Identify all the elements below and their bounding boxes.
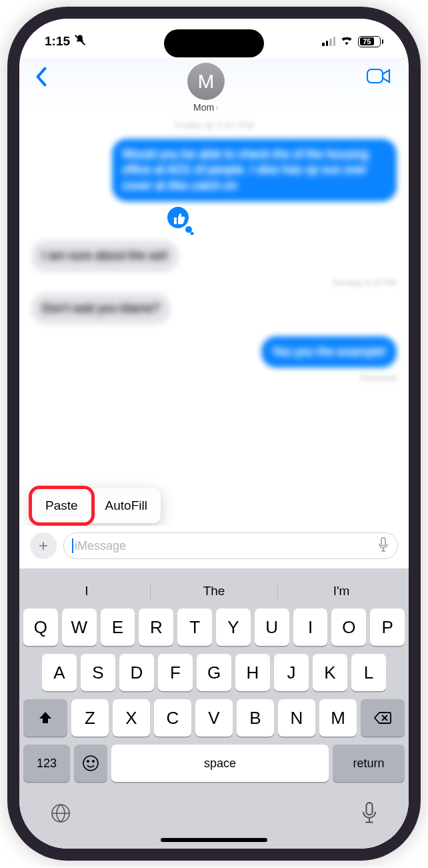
key-emoji[interactable] (74, 745, 107, 782)
key-k[interactable]: K (313, 654, 347, 691)
svg-point-3 (191, 232, 194, 236)
timestamp: Sunday 8:19 PM (333, 278, 397, 288)
suggestion-3[interactable]: I'm (278, 584, 405, 598)
contact-name: Mom (193, 102, 214, 113)
key-z[interactable]: Z (71, 699, 109, 737)
svg-point-5 (83, 756, 98, 771)
key-j[interactable]: J (274, 654, 309, 691)
suggestion-1[interactable]: I (23, 584, 150, 598)
message-sent[interactable]: Would you be able to check the of the ho… (112, 139, 397, 201)
home-indicator[interactable] (161, 838, 267, 842)
key-numbers[interactable]: 123 (23, 745, 70, 782)
key-g[interactable]: G (197, 654, 231, 691)
conversation-area[interactable]: Fridav at 2:41 PM Would you be able to c… (19, 117, 409, 526)
key-shift[interactable] (23, 699, 67, 737)
svg-point-6 (87, 761, 89, 763)
keyboard-bottom-bar (23, 790, 405, 834)
mic-icon[interactable] (361, 802, 378, 827)
globe-icon[interactable] (50, 803, 71, 827)
key-c[interactable]: C (154, 699, 191, 737)
key-i[interactable]: I (293, 608, 328, 646)
key-t[interactable]: T (177, 608, 212, 646)
contact-info[interactable]: M Mom › (187, 63, 225, 113)
chat-header: M Mom › (19, 57, 409, 117)
paste-menu-item[interactable]: Paste (29, 486, 95, 526)
autofill-menu-item[interactable]: AutoFill (92, 489, 161, 522)
key-p[interactable]: P (370, 608, 405, 646)
wifi-icon (340, 35, 353, 49)
context-menu: Paste AutoFill (31, 488, 161, 523)
key-return[interactable]: return (333, 745, 405, 782)
svg-point-7 (93, 761, 95, 763)
suggestion-bar: I The I'm (23, 574, 405, 608)
date-divider: Fridav at 2:41 PM (31, 119, 397, 131)
key-o[interactable]: O (331, 608, 366, 646)
key-q[interactable]: Q (23, 608, 58, 646)
keyboard: I The I'm Q W E R T Y U I O P A S D F G … (19, 568, 409, 849)
back-button[interactable] (30, 63, 53, 94)
key-delete[interactable] (361, 699, 405, 737)
svg-point-2 (185, 226, 192, 233)
key-b[interactable]: B (237, 699, 274, 737)
keyboard-row-3: Z X C V B N M (23, 699, 405, 737)
dynamic-island (164, 29, 264, 57)
chevron-right-icon: › (215, 102, 219, 113)
key-d[interactable]: D (119, 654, 154, 691)
message-sent[interactable]: Yes you the example! (261, 336, 397, 368)
svg-rect-9 (366, 803, 372, 815)
add-attachment-button[interactable]: + (30, 532, 57, 559)
cellular-signal-icon (322, 37, 335, 46)
status-time: 1:15 (45, 34, 70, 49)
delivered-label: Delivered (360, 373, 397, 383)
input-placeholder: iMessage (75, 539, 376, 553)
key-space[interactable]: space (111, 745, 329, 782)
key-v[interactable]: V (195, 699, 233, 737)
text-cursor (72, 538, 73, 553)
thumbs-up-reaction-icon[interactable] (165, 205, 194, 235)
key-l[interactable]: L (351, 654, 386, 691)
key-s[interactable]: S (81, 654, 115, 691)
key-f[interactable]: F (158, 654, 193, 691)
key-y[interactable]: Y (216, 608, 251, 646)
key-r[interactable]: R (139, 608, 173, 646)
key-m[interactable]: M (319, 699, 357, 737)
suggestion-2[interactable]: The (151, 584, 277, 598)
svg-rect-4 (381, 538, 385, 546)
key-a[interactable]: A (42, 654, 77, 691)
message-input-row: + iMessage (19, 526, 409, 568)
message-received[interactable]: I am sure about the set! (31, 240, 179, 272)
key-w[interactable]: W (62, 608, 97, 646)
facetime-button[interactable] (359, 63, 398, 92)
screen: 1:15 75 M Mom › (19, 19, 409, 849)
silent-mode-icon (74, 34, 86, 49)
key-u[interactable]: U (255, 608, 289, 646)
message-received[interactable]: Don't wait you blame? (31, 293, 171, 324)
dictation-icon[interactable] (377, 537, 389, 554)
keyboard-row-2: A S D F G H J K L (23, 654, 405, 691)
key-h[interactable]: H (235, 654, 270, 691)
iphone-frame: 1:15 75 M Mom › (7, 7, 421, 861)
key-e[interactable]: E (101, 608, 135, 646)
keyboard-row-4: 123 space return (23, 745, 405, 782)
avatar: M (187, 63, 225, 100)
battery-indicator: 75 (358, 36, 383, 47)
key-x[interactable]: X (113, 699, 150, 737)
key-n[interactable]: N (278, 699, 315, 737)
message-input[interactable]: iMessage (63, 532, 398, 559)
svg-rect-0 (367, 69, 383, 83)
keyboard-row-1: Q W E R T Y U I O P (23, 608, 405, 646)
